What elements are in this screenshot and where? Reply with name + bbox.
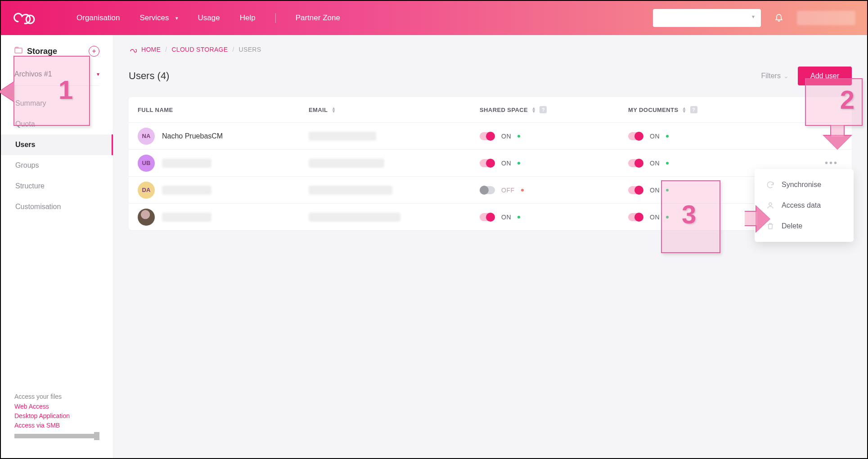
sidebar-item-users[interactable]: Users — [1, 134, 113, 155]
org-selector[interactable] — [653, 9, 761, 27]
toggle-label: ON — [501, 133, 511, 140]
user-name-redacted — [162, 186, 211, 195]
status-dot — [517, 135, 520, 138]
breadcrumb-cloud-storage[interactable]: CLOUD STORAGE — [171, 46, 228, 53]
breadcrumb-home[interactable]: HOME — [141, 46, 161, 53]
annotation-1: 1 — [13, 56, 90, 126]
nav-organisation[interactable]: Organisation — [76, 13, 120, 22]
shared-space-toggle[interactable]: ON — [480, 132, 628, 140]
my-documents-toggle[interactable]: ON — [628, 159, 777, 167]
email-redacted — [309, 213, 400, 222]
link-smb[interactable]: Access via SMB — [14, 421, 99, 430]
email-redacted — [309, 132, 376, 141]
toggle-label: ON — [501, 214, 511, 221]
toggle-switch[interactable] — [480, 186, 495, 194]
status-dot — [521, 189, 524, 192]
annotation-number: 2 — [840, 85, 855, 115]
help-icon[interactable]: ? — [540, 106, 547, 113]
sidebar-title: Storage — [27, 47, 57, 56]
toggle-switch[interactable] — [628, 132, 643, 140]
toggle-switch[interactable] — [480, 132, 495, 140]
filters-button[interactable]: Filters — [761, 72, 789, 80]
avatar: UB — [138, 155, 155, 172]
col-label: FULL NAME — [138, 107, 173, 113]
shared-space-toggle[interactable]: ON — [480, 213, 628, 221]
sidebar-item-structure[interactable]: Structure — [1, 176, 113, 196]
col-label: EMAIL — [309, 107, 328, 113]
sidebar-item-groups[interactable]: Groups — [1, 155, 113, 176]
sort-icon: ▲▼ — [682, 107, 686, 113]
sort-icon: ▲▼ — [331, 107, 336, 113]
menu-synchronise[interactable]: Synchronise — [755, 174, 854, 195]
topbar: Organisation Services Usage Help Partner… — [1, 1, 867, 35]
toggle-label: ON — [501, 160, 511, 167]
table-row: NA Nacho PruebasCM ON ON ••• — [129, 122, 852, 149]
status-dot — [666, 162, 669, 165]
nav-services[interactable]: Services — [139, 13, 178, 22]
user-name: Nacho PruebasCM — [162, 132, 223, 140]
breadcrumb: HOME / CLOUD STORAGE / USERS — [129, 46, 852, 53]
menu-label: Delete — [782, 222, 802, 230]
menu-label: Access data — [782, 201, 821, 209]
annotation-3: 3 — [661, 180, 720, 253]
sidebar-item-customisation[interactable]: Customisation — [1, 196, 113, 217]
user-name-redacted — [162, 159, 211, 168]
link-web-access[interactable]: Web Access — [14, 402, 99, 411]
users-table: FULL NAME EMAIL▲▼ SHARED SPACE▲▼? MY DOC… — [129, 97, 852, 230]
sidebar-footer: Access your files Web Access Desktop App… — [1, 393, 113, 447]
toggle-label: OFF — [501, 187, 515, 194]
nav-help[interactable]: Help — [240, 13, 256, 22]
avatar: DA — [138, 182, 155, 199]
toggle-switch[interactable] — [480, 213, 495, 221]
main-content: HOME / CLOUD STORAGE / USERS Users (4) F… — [113, 35, 867, 458]
breadcrumb-sep: / — [165, 46, 167, 53]
status-dot — [517, 162, 520, 165]
breadcrumb-sep: / — [232, 46, 234, 53]
avatar — [138, 209, 155, 226]
shared-space-toggle[interactable]: ON — [480, 159, 628, 167]
status-strip — [14, 434, 99, 438]
add-storage-button[interactable]: + — [89, 46, 99, 57]
col-my-documents[interactable]: MY DOCUMENTS▲▼? — [628, 106, 777, 113]
page-title: Users (4) — [129, 70, 169, 82]
toggle-switch[interactable] — [480, 159, 495, 167]
table-row: DA OFF ON ••• — [129, 176, 852, 203]
svg-rect-1 — [15, 48, 22, 53]
my-documents-toggle[interactable]: ON — [628, 132, 777, 140]
bell-icon[interactable] — [774, 13, 783, 23]
status-dot — [666, 135, 669, 138]
email-redacted — [309, 159, 384, 168]
status-dot — [517, 216, 520, 218]
home-icon — [129, 46, 137, 53]
table-row: ON ON ••• — [129, 203, 852, 230]
toggle-switch[interactable] — [628, 186, 643, 194]
sort-icon: ▲▼ — [531, 107, 536, 113]
toggle-label: ON — [650, 133, 660, 140]
toggle-label: ON — [650, 187, 660, 194]
toggle-switch[interactable] — [628, 213, 643, 221]
col-full-name[interactable]: FULL NAME — [138, 107, 309, 113]
nav-separator — [275, 13, 276, 23]
top-nav: Organisation Services Usage Help Partner… — [76, 13, 340, 23]
toggle-switch[interactable] — [628, 159, 643, 167]
logo — [13, 11, 36, 25]
help-icon[interactable]: ? — [690, 106, 697, 113]
col-label: SHARED SPACE — [480, 107, 528, 113]
footer-header: Access your files — [14, 393, 99, 400]
link-desktop-app[interactable]: Desktop Application — [14, 411, 99, 421]
user-menu[interactable] — [797, 11, 855, 25]
col-label: MY DOCUMENTS — [628, 107, 678, 113]
col-email[interactable]: EMAIL▲▼ — [309, 107, 480, 113]
row-actions-button[interactable]: ••• — [825, 158, 843, 168]
email-redacted — [309, 186, 392, 195]
user-name-redacted — [162, 213, 211, 222]
col-shared-space[interactable]: SHARED SPACE▲▼? — [480, 106, 628, 113]
toggle-label: ON — [650, 160, 660, 167]
breadcrumb-users: USERS — [239, 46, 261, 53]
nav-usage[interactable]: Usage — [198, 13, 220, 22]
nav-partner-zone[interactable]: Partner Zone — [296, 13, 340, 22]
avatar: NA — [138, 128, 155, 145]
table-header: FULL NAME EMAIL▲▼ SHARED SPACE▲▼? MY DOC… — [129, 97, 852, 122]
annotation-number: 1 — [58, 75, 73, 105]
shared-space-toggle[interactable]: OFF — [480, 186, 628, 194]
